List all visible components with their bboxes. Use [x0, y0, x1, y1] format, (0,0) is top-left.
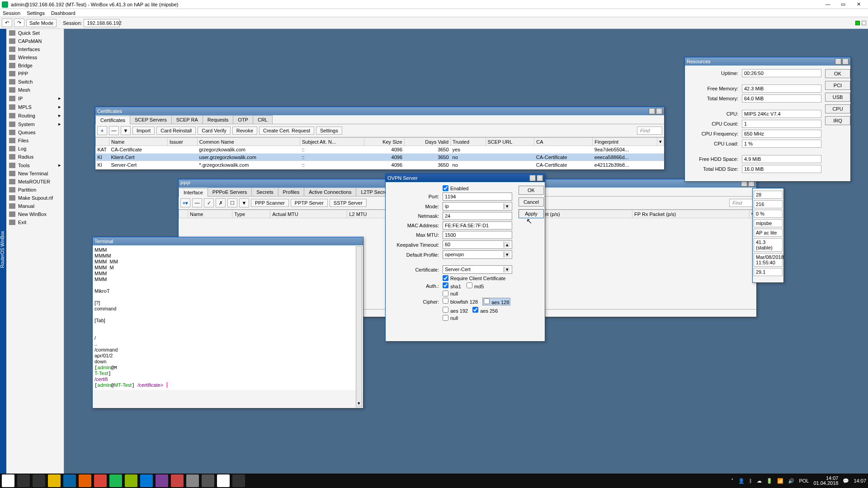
- sidebar-item-mpls[interactable]: MPLS▸: [6, 103, 64, 111]
- tray-clock[interactable]: 14:07 01.04.2018: [813, 476, 838, 486]
- remove-button[interactable]: —: [192, 198, 202, 207]
- minimize-button[interactable]: —: [820, 0, 835, 9]
- profile-select[interactable]: openvpn▾: [443, 250, 512, 259]
- auth-sha1-checkbox[interactable]: [443, 282, 448, 288]
- resources-titlebar[interactable]: Resources □ ×: [685, 57, 850, 66]
- sidebar-item-wireless[interactable]: Wireless: [6, 53, 64, 61]
- auth-md5-checkbox[interactable]: [467, 282, 472, 288]
- tray-volume-icon[interactable]: 🔊: [788, 478, 794, 484]
- sidebar-item-bridge[interactable]: Bridge: [6, 61, 64, 70]
- task-firefox-icon[interactable]: [79, 474, 91, 487]
- table-row[interactable]: KIServer-Cert*.grzegorzkowalik.com::4096…: [96, 161, 664, 169]
- ok-button[interactable]: OK: [519, 186, 544, 195]
- sidebar-item-files[interactable]: Files: [6, 136, 64, 145]
- tab-crl[interactable]: CRL: [253, 115, 273, 124]
- tab-active[interactable]: Active Connections: [304, 188, 356, 196]
- tab-requests[interactable]: Requests: [203, 115, 233, 124]
- window-close-icon[interactable]: ×: [537, 175, 543, 181]
- tab-interface[interactable]: Interface: [179, 188, 208, 197]
- task-app6-icon[interactable]: [202, 474, 214, 487]
- task-explorer-icon[interactable]: [48, 474, 61, 487]
- enable-button[interactable]: ✓: [204, 198, 214, 207]
- sidebar-item-log[interactable]: Log: [6, 145, 64, 153]
- window-max-icon[interactable]: □: [649, 108, 655, 114]
- import-button[interactable]: Import: [132, 127, 155, 135]
- tray-people-icon[interactable]: 👤: [738, 478, 745, 484]
- safe-mode-button[interactable]: Safe Mode: [26, 19, 57, 27]
- window-close-icon[interactable]: ×: [656, 108, 662, 114]
- tray-bluetooth-icon[interactable]: ᛒ: [749, 478, 752, 483]
- sidebar-item-capsman[interactable]: CAPsMAN: [6, 37, 64, 45]
- cipher-aes192-checkbox[interactable]: [443, 307, 448, 313]
- sidebar-item-routing[interactable]: Routing▸: [6, 111, 64, 120]
- task-edge-icon[interactable]: [63, 474, 76, 487]
- tab-pppoe[interactable]: PPPoE Servers: [208, 188, 252, 196]
- window-max-icon[interactable]: □: [835, 58, 841, 65]
- sidebar-item-metarouter[interactable]: MetaROUTER: [6, 178, 64, 186]
- sidebar-item-radius[interactable]: Radius: [6, 153, 64, 161]
- cipher-null-checkbox[interactable]: [443, 315, 448, 321]
- menu-settings[interactable]: Settings: [27, 10, 45, 16]
- settings-button[interactable]: Settings: [316, 127, 342, 135]
- tray-lang[interactable]: POL: [799, 478, 809, 483]
- sidebar-item-quickset[interactable]: Quick Set: [6, 29, 64, 37]
- filter-button[interactable]: ▼: [239, 198, 249, 207]
- find-input[interactable]: Find: [729, 199, 755, 207]
- sidebar-item-switch[interactable]: Switch: [6, 78, 64, 86]
- mtu-input[interactable]: [443, 231, 512, 239]
- port-input[interactable]: [443, 192, 512, 201]
- window-max-icon[interactable]: □: [529, 175, 536, 181]
- task-app2-icon[interactable]: [140, 474, 153, 487]
- apply-button[interactable]: Apply: [519, 209, 544, 218]
- task-app3-icon[interactable]: [156, 474, 168, 487]
- task-app7-icon[interactable]: [217, 474, 230, 487]
- tab-certificates[interactable]: Certificates: [95, 116, 130, 124]
- close-button[interactable]: ✕: [851, 0, 866, 9]
- add-button[interactable]: +: [97, 126, 107, 135]
- maximize-button[interactable]: ▭: [835, 0, 851, 9]
- sidebar-item-tools[interactable]: Tools▸: [6, 161, 64, 169]
- task-chrome-icon[interactable]: [94, 474, 107, 487]
- usb-button[interactable]: USB: [825, 93, 850, 102]
- task-app8-icon[interactable]: [232, 474, 245, 487]
- task-view-icon[interactable]: [33, 474, 45, 487]
- enabled-checkbox[interactable]: [443, 185, 448, 191]
- tray-wifi-icon[interactable]: 📶: [777, 478, 783, 484]
- certificates-titlebar[interactable]: Certificates □ ×: [95, 107, 664, 115]
- sidebar-item-interfaces[interactable]: Interfaces: [6, 45, 64, 53]
- sidebar-item-exit[interactable]: Exit: [6, 218, 64, 226]
- ovpn-titlebar[interactable]: OVPN Server □ ×: [386, 174, 545, 182]
- scroll-down-icon[interactable]: ▾: [356, 400, 362, 407]
- sstp-server-button[interactable]: SSTP Server: [330, 199, 367, 207]
- tab-scep-ra[interactable]: SCEP RA: [171, 115, 203, 124]
- redo-button[interactable]: ↷: [14, 19, 24, 27]
- ok-button[interactable]: OK: [825, 69, 850, 78]
- column-menu-button[interactable]: ▾: [657, 138, 664, 146]
- sidebar-item-newterminal[interactable]: New Terminal: [6, 169, 64, 178]
- tray-battery-icon[interactable]: 🔋: [766, 478, 773, 484]
- sidebar-item-supout[interactable]: Make Supout.rif: [6, 194, 64, 202]
- scrollbar[interactable]: ▾: [356, 246, 362, 407]
- task-app-icon[interactable]: [125, 474, 137, 487]
- tab-otp[interactable]: OTP: [233, 115, 253, 124]
- sidebar-item-ppp[interactable]: PPP: [6, 70, 64, 78]
- terminal-titlebar[interactable]: Terminal: [93, 237, 363, 245]
- sidebar-item-mesh[interactable]: Mesh: [6, 86, 64, 94]
- card-reinstall-button[interactable]: Card Reinstall: [156, 127, 196, 135]
- task-spotify-icon[interactable]: [109, 474, 122, 487]
- pptp-server-button[interactable]: PPTP Server: [291, 199, 328, 207]
- sidebar-item-queues[interactable]: Queues: [6, 128, 64, 136]
- tab-secrets[interactable]: Secrets: [251, 188, 278, 196]
- certificate-select[interactable]: Server-Cert▾: [443, 265, 512, 274]
- cancel-button[interactable]: Cancel: [519, 197, 544, 206]
- keepalive-input[interactable]: 60▴: [443, 240, 512, 249]
- sidebar-item-partition[interactable]: Partition: [6, 186, 64, 194]
- pci-button[interactable]: PCI: [825, 81, 850, 90]
- require-cert-checkbox[interactable]: [443, 275, 448, 281]
- start-button[interactable]: [2, 474, 14, 487]
- sidebar-item-system[interactable]: System▸: [6, 120, 64, 128]
- cipher-aes128-checkbox[interactable]: [484, 298, 490, 304]
- table-row[interactable]: KATCA-Certificategrzegorzkowalik.com::40…: [96, 146, 664, 154]
- tab-profiles[interactable]: Profiles: [278, 188, 305, 196]
- comment-button[interactable]: ☐: [227, 198, 237, 207]
